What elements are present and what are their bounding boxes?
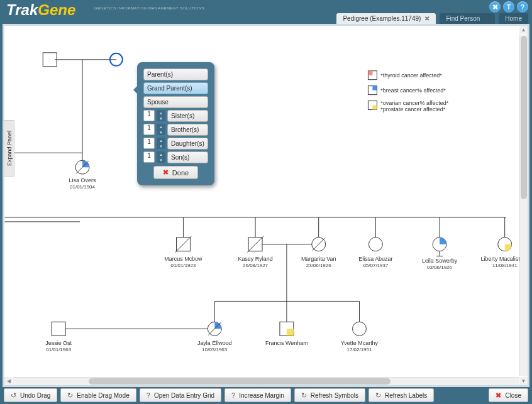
person-date: 01/01/1904	[70, 184, 95, 190]
daughter-count-input[interactable]: 1	[143, 138, 155, 149]
tab-close-icon[interactable]: ✕	[484, 15, 489, 22]
person-male-unknown-1[interactable]	[43, 53, 57, 67]
close-icon: ✖	[496, 391, 501, 400]
person-label: Jessie Ost	[45, 340, 72, 346]
open-grid-button[interactable]: ?Open Data Entry Grid	[140, 388, 221, 402]
person-date: 10/03/1963	[202, 347, 227, 352]
person-kasey-ryland[interactable]	[247, 236, 263, 253]
expand-panel-toggle[interactable]: Expand Panel	[4, 120, 14, 177]
person-label: Kasey Ryland	[238, 256, 272, 262]
refresh-icon: ↻	[301, 391, 307, 400]
popup-done-button[interactable]: ✖Done	[153, 166, 198, 179]
header-icon-group: ✖ T ?	[489, 1, 528, 13]
tab-pedigree[interactable]: Pedigree (Examples.11749) ✕	[336, 13, 436, 24]
person-label: Liberty Macalister	[481, 256, 525, 262]
person-marcus-mcbow[interactable]	[175, 236, 192, 253]
person-date: 01/01/1923	[171, 263, 196, 268]
popup-spouse[interactable]: Spouse	[143, 96, 208, 108]
pedigree-canvas[interactable]: Lisa Overs 01/01/1904 Marcus Mcbow 01/01…	[4, 26, 528, 385]
vscroll-down[interactable]: ▼	[519, 377, 528, 385]
close-icon: ✖	[163, 168, 169, 177]
horizontal-scrollbar[interactable]	[13, 377, 519, 385]
hscroll-left[interactable]: ◀	[4, 377, 13, 385]
popup-sisters[interactable]: Sister(s)	[167, 110, 208, 122]
daughter-spinner[interactable]: ▲▼	[157, 138, 165, 149]
app-logo: TrakGene	[6, 1, 75, 19]
close-button[interactable]: ✖Close	[489, 388, 528, 402]
refresh-labels-button[interactable]: ↻Refresh Labels	[369, 388, 434, 402]
svg-rect-36	[287, 329, 294, 336]
tab-home[interactable]: Home	[499, 13, 528, 24]
svg-text:*ovarian cancer% affected*: *ovarian cancer% affected*	[380, 100, 448, 106]
person-date: 01/01/1963	[46, 347, 71, 352]
refresh-icon: ↻	[375, 391, 381, 400]
person-date: 03/06/1926	[427, 265, 452, 270]
app-header: TrakGene GENETICS INFORMATION MANAGEMENT…	[0, 0, 532, 24]
person-francis-wenham[interactable]	[280, 322, 294, 336]
person-label: Lisa Overs	[69, 177, 96, 183]
person-label: Leila Sowerby	[422, 258, 458, 264]
person-label: Francis Wenham	[265, 340, 308, 346]
sister-count-input[interactable]: 1	[143, 110, 155, 121]
question-icon: ?	[147, 391, 150, 399]
add-relative-popup: Parent(s) Grand Parent(s) Spouse 1 ▲▼ Si…	[137, 62, 214, 185]
brother-spinner[interactable]: ▲▼	[157, 124, 165, 135]
person-jessie-ost[interactable]	[52, 322, 65, 336]
svg-line-24	[175, 236, 192, 253]
enable-drag-button[interactable]: ↻Enable Drag Mode	[60, 388, 136, 402]
logo-subtitle: GENETICS INFORMATION MANAGEMENT SOLUTION…	[94, 6, 204, 11]
son-spinner[interactable]: ▲▼	[157, 151, 165, 163]
sister-spinner[interactable]: ▲▼	[157, 110, 165, 121]
tab-strip: Pedigree (Examples.11749) ✕ Find Person …	[336, 13, 528, 24]
person-label: Yvette Mcarthy	[341, 340, 379, 346]
tools-icon[interactable]: T	[503, 1, 514, 13]
popup-daughters[interactable]: Daughter(s)	[167, 138, 208, 150]
brother-count-input[interactable]: 1	[143, 124, 155, 135]
help-icon[interactable]: ?	[517, 1, 528, 13]
son-count-input[interactable]: 1	[143, 151, 155, 163]
person-lisa-overs[interactable]	[75, 160, 89, 174]
svg-text:*breast cancer% affected*: *breast cancer% affected*	[380, 87, 446, 94]
undo-icon: ↺	[11, 391, 16, 400]
svg-text:*thyroid cancer affected*: *thyroid cancer affected*	[380, 72, 442, 79]
person-label: Jayla Ellwood	[197, 340, 232, 346]
person-leila-sowerby[interactable]	[433, 237, 446, 251]
person-date: 26/08/1927	[243, 263, 268, 268]
tab-label: Home	[505, 15, 522, 22]
person-elissa-abuzar[interactable]	[369, 237, 382, 251]
svg-line-26	[247, 236, 263, 253]
legend: *thyroid cancer affected* *breast cancer…	[368, 71, 448, 112]
close-app-icon[interactable]: ✖	[489, 1, 501, 13]
svg-line-28	[313, 238, 325, 251]
tab-label: Find Person	[446, 15, 480, 22]
vertical-scrollbar[interactable]	[519, 35, 528, 376]
person-date: 05/07/1937	[363, 263, 388, 268]
popup-grandparents[interactable]: Grand Parent(s)	[143, 82, 208, 94]
person-jayla-ellwood[interactable]	[208, 322, 221, 336]
person-yvette-mcarthy[interactable]	[353, 322, 367, 336]
canvas-wrap: Lisa Overs 01/01/1904 Marcus Mcbow 01/01…	[3, 24, 529, 387]
svg-text:*prostate cancer affected*: *prostate cancer affected*	[380, 106, 445, 112]
tab-find-person[interactable]: Find Person ✕	[440, 13, 495, 24]
vscroll-thumb[interactable]	[521, 36, 527, 199]
svg-rect-39	[368, 71, 372, 75]
refresh-icon: ↻	[67, 391, 73, 400]
popup-parents[interactable]: Parent(s)	[143, 68, 208, 80]
tab-close-icon[interactable]: ✕	[424, 15, 429, 22]
vscroll-up[interactable]: ▲	[519, 26, 528, 34]
question-icon: ?	[231, 391, 235, 399]
svg-rect-32	[52, 322, 65, 336]
popup-brothers[interactable]: Brother(s)	[167, 124, 208, 136]
refresh-symbols-button[interactable]: ↻Refresh Symbols	[294, 388, 365, 402]
popup-sons[interactable]: Son(s)	[167, 151, 208, 163]
undo-drag-button[interactable]: ↺Undo Drag	[4, 388, 57, 402]
person-date: 11/08/1941	[492, 263, 518, 268]
person-liberty-macalister[interactable]	[498, 237, 512, 251]
hscroll-thumb[interactable]	[89, 378, 391, 385]
increase-margin-button[interactable]: ?Increase Margin	[224, 388, 291, 402]
tab-label: Pedigree (Examples.11749)	[343, 15, 421, 22]
svg-rect-42	[372, 86, 377, 90]
person-label: Marcus Mcbow	[164, 256, 202, 262]
person-margarita-van[interactable]	[312, 237, 326, 251]
person-date: 17/02/1951	[347, 347, 372, 352]
